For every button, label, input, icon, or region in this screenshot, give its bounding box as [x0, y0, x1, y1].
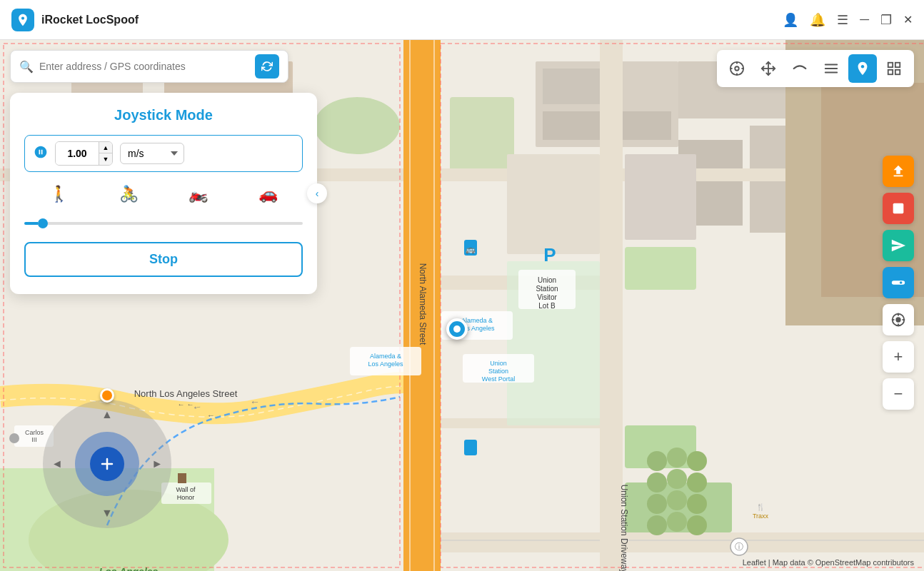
right-panel: + − [883, 156, 914, 410]
joystick-outer: ▲ ▼ ◄ ► [43, 400, 171, 528]
route-btn[interactable] [785, 54, 814, 83]
speed-input-wrap: 1.00 ▲ ▼ [55, 141, 113, 166]
export-btn[interactable] [883, 156, 914, 187]
panel-title: Joystick Mode [24, 107, 303, 123]
svg-rect-45 [441, 44, 924, 567]
svg-text:North Los Angeles Street: North Los Angeles Street [134, 388, 238, 399]
speed-slider[interactable] [24, 222, 303, 225]
svg-rect-54 [518, 270, 576, 309]
crosshair-btn[interactable] [723, 54, 751, 83]
user-icon[interactable]: 👤 [783, 12, 798, 28]
svg-rect-70 [464, 240, 477, 256]
layers-btn[interactable] [880, 54, 908, 83]
panel-collapse-btn[interactable]: ‹ [307, 183, 327, 203]
menu-icon[interactable]: ☰ [837, 12, 848, 28]
walk-mode-btn[interactable]: 🚶 [49, 185, 69, 203]
svg-point-33 [687, 494, 707, 514]
svg-rect-20 [507, 154, 600, 254]
svg-text:Alameda &: Alameda & [370, 353, 401, 360]
svg-rect-14 [441, 168, 924, 181]
joystick-down-arrow[interactable]: ▼ [101, 507, 113, 520]
map-attribution: Leaflet | Map data © OpenStreetMap contr… [743, 558, 914, 567]
svg-rect-6 [678, 140, 743, 226]
joystick-up-arrow[interactable]: ▲ [101, 408, 113, 421]
svg-rect-99 [893, 203, 904, 214]
svg-point-34 [647, 515, 667, 535]
send-btn[interactable] [883, 230, 914, 261]
bike-mode-btn[interactable]: 🚴 [119, 185, 139, 203]
svg-point-29 [667, 469, 687, 489]
svg-text:P: P [543, 244, 556, 266]
search-icon: 🔍 [19, 60, 34, 74]
svg-rect-23 [625, 425, 696, 468]
svg-rect-11 [409, 40, 411, 571]
svg-text:Visitor: Visitor [537, 293, 557, 301]
svg-rect-12 [433, 40, 435, 571]
speed-icon [34, 145, 48, 163]
svg-point-31 [647, 494, 667, 514]
svg-point-102 [900, 281, 903, 284]
record-btn[interactable] [883, 193, 914, 224]
svg-text:Los Angeles: Los Angeles [99, 566, 159, 571]
refresh-button[interactable] [255, 54, 279, 79]
svg-text:Carlos: Carlos [25, 429, 44, 436]
joystick-left-arrow[interactable]: ◄ [51, 458, 63, 470]
svg-rect-17 [600, 40, 623, 571]
minimize-icon[interactable]: ─ [860, 12, 869, 27]
svg-rect-1 [536, 61, 678, 147]
locate-btn[interactable] [883, 304, 914, 335]
joystick-inner[interactable] [75, 432, 139, 496]
speed-input[interactable]: 1.00 [56, 142, 99, 165]
stop-button[interactable]: Stop [24, 242, 303, 277]
svg-rect-2 [543, 69, 600, 104]
svg-rect-5 [750, 126, 893, 233]
joystick[interactable]: ▲ ▼ ◄ ► [43, 400, 171, 528]
motorcycle-mode-btn[interactable]: 🏍️ [189, 185, 208, 203]
joystick-pin [100, 388, 114, 403]
svg-point-36 [687, 515, 707, 535]
svg-point-25 [647, 451, 667, 471]
transport-mode-row: 🚶 🚴 🏍️ 🚗 [24, 182, 303, 206]
svg-rect-96 [895, 63, 900, 67]
svg-text:←     ←: ← ← [178, 400, 194, 408]
move-btn[interactable] [754, 54, 783, 83]
svg-text:←: ← [207, 411, 215, 420]
restore-icon[interactable]: ❐ [880, 12, 892, 28]
speed-up-button[interactable]: ▲ [99, 142, 112, 153]
search-input[interactable] [39, 61, 249, 72]
svg-text:Union Station Driveway: Union Station Driveway [619, 485, 629, 571]
svg-text:🍴: 🍴 [756, 502, 765, 512]
svg-point-26 [667, 448, 687, 468]
svg-text:Los Angeles: Los Angeles [368, 360, 403, 368]
zoom-in-btn[interactable]: + [883, 341, 914, 373]
svg-point-68 [730, 538, 748, 555]
svg-point-28 [647, 473, 667, 492]
map-area[interactable]: ← ← ← North Alameda Street Union Station… [0, 40, 924, 571]
svg-rect-76 [350, 347, 421, 375]
svg-point-35 [667, 512, 687, 532]
toggle-btn[interactable] [883, 267, 914, 298]
svg-text:North Alameda Street: North Alameda Street [418, 263, 428, 345]
pin-btn[interactable] [848, 54, 877, 83]
svg-text:←: ← [191, 400, 204, 413]
close-icon[interactable]: ✕ [903, 13, 913, 26]
unit-select[interactable]: m/s km/h mph [120, 143, 184, 164]
svg-rect-24 [625, 482, 732, 532]
speed-control-row: 1.00 ▲ ▼ m/s km/h mph [24, 135, 303, 172]
svg-text:Union: Union [538, 276, 556, 284]
svg-rect-22 [625, 247, 696, 290]
svg-text:Traxx: Traxx [753, 512, 769, 520]
svg-point-86 [9, 433, 19, 443]
car-mode-btn[interactable]: 🚗 [258, 185, 278, 203]
svg-rect-10 [403, 40, 441, 571]
map-toolbar [717, 50, 914, 87]
svg-point-104 [896, 318, 900, 322]
joystick-right-arrow[interactable]: ► [151, 458, 163, 470]
joystick-center[interactable] [90, 447, 124, 481]
svg-rect-19 [441, 418, 605, 428]
zoom-out-btn[interactable]: − [883, 378, 914, 410]
bell-icon[interactable]: 🔔 [810, 12, 825, 28]
waypoint-btn[interactable] [817, 54, 845, 83]
speed-down-button[interactable]: ▼ [99, 153, 112, 165]
svg-text:Station: Station [536, 285, 558, 293]
